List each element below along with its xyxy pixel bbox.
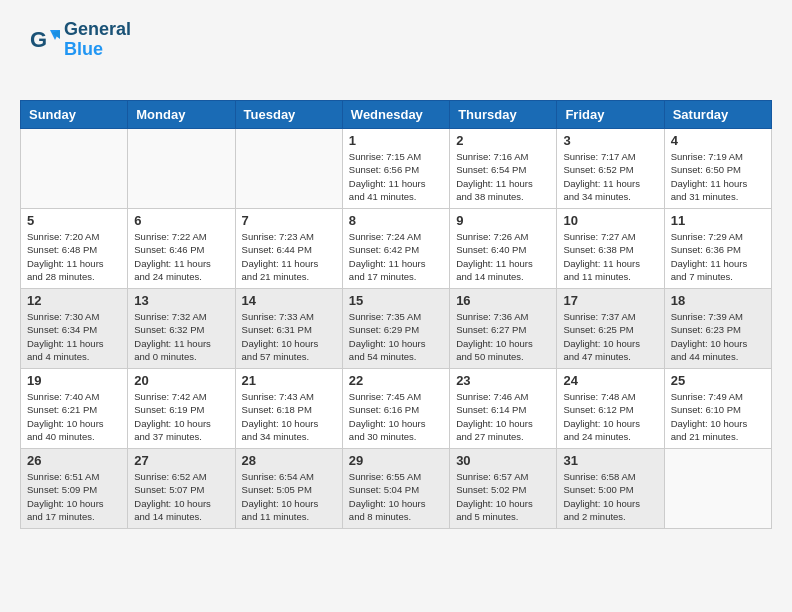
- calendar-cell: 18Sunrise: 7:39 AM Sunset: 6:23 PM Dayli…: [664, 289, 771, 369]
- day-number: 14: [242, 293, 336, 308]
- calendar-week-row: 26Sunrise: 6:51 AM Sunset: 5:09 PM Dayli…: [21, 449, 772, 529]
- calendar-cell: 12Sunrise: 7:30 AM Sunset: 6:34 PM Dayli…: [21, 289, 128, 369]
- day-number: 22: [349, 373, 443, 388]
- calendar-cell: [664, 449, 771, 529]
- day-number: 26: [27, 453, 121, 468]
- day-info: Sunrise: 7:43 AM Sunset: 6:18 PM Dayligh…: [242, 390, 336, 443]
- logo: G General Blue: [30, 20, 131, 60]
- calendar-cell: [128, 129, 235, 209]
- day-number: 15: [349, 293, 443, 308]
- calendar-cell: 15Sunrise: 7:35 AM Sunset: 6:29 PM Dayli…: [342, 289, 449, 369]
- day-number: 7: [242, 213, 336, 228]
- day-number: 23: [456, 373, 550, 388]
- day-number: 30: [456, 453, 550, 468]
- day-info: Sunrise: 7:15 AM Sunset: 6:56 PM Dayligh…: [349, 150, 443, 203]
- day-number: 12: [27, 293, 121, 308]
- day-number: 17: [563, 293, 657, 308]
- day-number: 19: [27, 373, 121, 388]
- day-number: 31: [563, 453, 657, 468]
- calendar-week-row: 5Sunrise: 7:20 AM Sunset: 6:48 PM Daylig…: [21, 209, 772, 289]
- calendar-cell: 19Sunrise: 7:40 AM Sunset: 6:21 PM Dayli…: [21, 369, 128, 449]
- day-number: 21: [242, 373, 336, 388]
- calendar-cell: 5Sunrise: 7:20 AM Sunset: 6:48 PM Daylig…: [21, 209, 128, 289]
- weekday-header-wednesday: Wednesday: [342, 101, 449, 129]
- logo-icon: G: [30, 25, 60, 55]
- calendar-cell: 16Sunrise: 7:36 AM Sunset: 6:27 PM Dayli…: [450, 289, 557, 369]
- day-number: 18: [671, 293, 765, 308]
- day-number: 3: [563, 133, 657, 148]
- calendar-cell: 1Sunrise: 7:15 AM Sunset: 6:56 PM Daylig…: [342, 129, 449, 209]
- day-number: 9: [456, 213, 550, 228]
- calendar-cell: 13Sunrise: 7:32 AM Sunset: 6:32 PM Dayli…: [128, 289, 235, 369]
- day-number: 27: [134, 453, 228, 468]
- calendar-cell: 29Sunrise: 6:55 AM Sunset: 5:04 PM Dayli…: [342, 449, 449, 529]
- day-info: Sunrise: 7:24 AM Sunset: 6:42 PM Dayligh…: [349, 230, 443, 283]
- calendar-table: SundayMondayTuesdayWednesdayThursdayFrid…: [20, 100, 772, 529]
- day-info: Sunrise: 6:52 AM Sunset: 5:07 PM Dayligh…: [134, 470, 228, 523]
- calendar-cell: 25Sunrise: 7:49 AM Sunset: 6:10 PM Dayli…: [664, 369, 771, 449]
- calendar-cell: 11Sunrise: 7:29 AM Sunset: 6:36 PM Dayli…: [664, 209, 771, 289]
- day-number: 8: [349, 213, 443, 228]
- day-info: Sunrise: 7:39 AM Sunset: 6:23 PM Dayligh…: [671, 310, 765, 363]
- day-info: Sunrise: 7:26 AM Sunset: 6:40 PM Dayligh…: [456, 230, 550, 283]
- day-info: Sunrise: 7:16 AM Sunset: 6:54 PM Dayligh…: [456, 150, 550, 203]
- calendar-cell: 10Sunrise: 7:27 AM Sunset: 6:38 PM Dayli…: [557, 209, 664, 289]
- day-info: Sunrise: 7:27 AM Sunset: 6:38 PM Dayligh…: [563, 230, 657, 283]
- day-number: 10: [563, 213, 657, 228]
- day-number: 11: [671, 213, 765, 228]
- day-number: 25: [671, 373, 765, 388]
- day-number: 2: [456, 133, 550, 148]
- day-number: 4: [671, 133, 765, 148]
- calendar-container: SundayMondayTuesdayWednesdayThursdayFrid…: [20, 100, 772, 529]
- weekday-header-row: SundayMondayTuesdayWednesdayThursdayFrid…: [21, 101, 772, 129]
- weekday-header-tuesday: Tuesday: [235, 101, 342, 129]
- weekday-header-friday: Friday: [557, 101, 664, 129]
- day-info: Sunrise: 7:19 AM Sunset: 6:50 PM Dayligh…: [671, 150, 765, 203]
- day-info: Sunrise: 7:48 AM Sunset: 6:12 PM Dayligh…: [563, 390, 657, 443]
- weekday-header-sunday: Sunday: [21, 101, 128, 129]
- calendar-cell: 26Sunrise: 6:51 AM Sunset: 5:09 PM Dayli…: [21, 449, 128, 529]
- day-number: 16: [456, 293, 550, 308]
- weekday-header-monday: Monday: [128, 101, 235, 129]
- day-info: Sunrise: 7:35 AM Sunset: 6:29 PM Dayligh…: [349, 310, 443, 363]
- day-info: Sunrise: 7:22 AM Sunset: 6:46 PM Dayligh…: [134, 230, 228, 283]
- calendar-cell: 27Sunrise: 6:52 AM Sunset: 5:07 PM Dayli…: [128, 449, 235, 529]
- calendar-cell: 24Sunrise: 7:48 AM Sunset: 6:12 PM Dayli…: [557, 369, 664, 449]
- calendar-cell: 8Sunrise: 7:24 AM Sunset: 6:42 PM Daylig…: [342, 209, 449, 289]
- calendar-cell: 28Sunrise: 6:54 AM Sunset: 5:05 PM Dayli…: [235, 449, 342, 529]
- day-number: 24: [563, 373, 657, 388]
- weekday-header-saturday: Saturday: [664, 101, 771, 129]
- day-info: Sunrise: 6:57 AM Sunset: 5:02 PM Dayligh…: [456, 470, 550, 523]
- calendar-week-row: 12Sunrise: 7:30 AM Sunset: 6:34 PM Dayli…: [21, 289, 772, 369]
- calendar-cell: 2Sunrise: 7:16 AM Sunset: 6:54 PM Daylig…: [450, 129, 557, 209]
- weekday-header-thursday: Thursday: [450, 101, 557, 129]
- calendar-week-row: 19Sunrise: 7:40 AM Sunset: 6:21 PM Dayli…: [21, 369, 772, 449]
- calendar-cell: 6Sunrise: 7:22 AM Sunset: 6:46 PM Daylig…: [128, 209, 235, 289]
- day-number: 6: [134, 213, 228, 228]
- calendar-cell: 14Sunrise: 7:33 AM Sunset: 6:31 PM Dayli…: [235, 289, 342, 369]
- day-info: Sunrise: 7:36 AM Sunset: 6:27 PM Dayligh…: [456, 310, 550, 363]
- day-info: Sunrise: 7:49 AM Sunset: 6:10 PM Dayligh…: [671, 390, 765, 443]
- day-info: Sunrise: 7:45 AM Sunset: 6:16 PM Dayligh…: [349, 390, 443, 443]
- day-info: Sunrise: 7:30 AM Sunset: 6:34 PM Dayligh…: [27, 310, 121, 363]
- calendar-cell: 9Sunrise: 7:26 AM Sunset: 6:40 PM Daylig…: [450, 209, 557, 289]
- calendar-cell: 22Sunrise: 7:45 AM Sunset: 6:16 PM Dayli…: [342, 369, 449, 449]
- day-info: Sunrise: 6:51 AM Sunset: 5:09 PM Dayligh…: [27, 470, 121, 523]
- calendar-cell: 21Sunrise: 7:43 AM Sunset: 6:18 PM Dayli…: [235, 369, 342, 449]
- day-number: 13: [134, 293, 228, 308]
- day-info: Sunrise: 7:20 AM Sunset: 6:48 PM Dayligh…: [27, 230, 121, 283]
- day-info: Sunrise: 7:37 AM Sunset: 6:25 PM Dayligh…: [563, 310, 657, 363]
- calendar-cell: [21, 129, 128, 209]
- day-number: 29: [349, 453, 443, 468]
- day-info: Sunrise: 7:33 AM Sunset: 6:31 PM Dayligh…: [242, 310, 336, 363]
- day-info: Sunrise: 7:40 AM Sunset: 6:21 PM Dayligh…: [27, 390, 121, 443]
- svg-text:G: G: [30, 27, 47, 52]
- calendar-cell: 20Sunrise: 7:42 AM Sunset: 6:19 PM Dayli…: [128, 369, 235, 449]
- logo-text: General Blue: [64, 20, 131, 60]
- day-info: Sunrise: 7:17 AM Sunset: 6:52 PM Dayligh…: [563, 150, 657, 203]
- calendar-week-row: 1Sunrise: 7:15 AM Sunset: 6:56 PM Daylig…: [21, 129, 772, 209]
- calendar-cell: 4Sunrise: 7:19 AM Sunset: 6:50 PM Daylig…: [664, 129, 771, 209]
- day-info: Sunrise: 7:23 AM Sunset: 6:44 PM Dayligh…: [242, 230, 336, 283]
- day-number: 5: [27, 213, 121, 228]
- day-info: Sunrise: 7:46 AM Sunset: 6:14 PM Dayligh…: [456, 390, 550, 443]
